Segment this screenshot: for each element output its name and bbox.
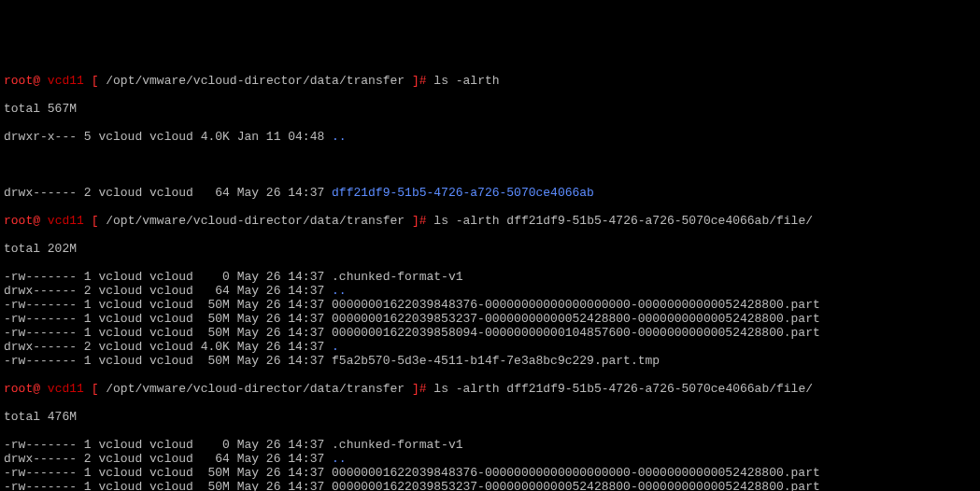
blank-line <box>4 158 976 172</box>
ls-row-text: -rw------- 1 vcloud vcloud 50M May 26 14… <box>4 312 820 326</box>
prompt-line-2: root@ vcd11 [ /opt/vmware/vcloud-directo… <box>4 214 976 228</box>
prompt-line-3: root@ vcd11 [ /opt/vmware/vcloud-directo… <box>4 382 976 396</box>
command: ls -alrth dff21df9-51b5-4726-a726-5070ce… <box>433 214 813 228</box>
current-dir-link: . <box>332 340 339 354</box>
ls-row-text: drwx------ 2 vcloud vcloud 4.0K May 26 1… <box>4 340 332 354</box>
ls-row: -rw------- 1 vcloud vcloud 0 May 26 14:3… <box>4 438 976 452</box>
ls-row: -rw------- 1 vcloud vcloud 0 May 26 14:3… <box>4 270 976 284</box>
ls-row: drwx------ 2 vcloud vcloud 64 May 26 14:… <box>4 186 976 200</box>
ls-row: -rw------- 1 vcloud vcloud 50M May 26 14… <box>4 326 976 340</box>
ls-row: drwx------ 2 vcloud vcloud 64 May 26 14:… <box>4 452 976 466</box>
terminal-output: root@ vcd11 [ /opt/vmware/vcloud-directo… <box>4 60 976 491</box>
dir-link: dff21df9-51b5-4726-a726-5070ce4066ab <box>332 186 594 200</box>
command: ls -alrth dff21df9-51b5-4726-a726-5070ce… <box>433 382 813 396</box>
ls-row-text: -rw------- 1 vcloud vcloud 50M May 26 14… <box>4 298 820 312</box>
ls-row-text: -rw------- 1 vcloud vcloud 0 May 26 14:3… <box>4 270 462 284</box>
ls-row-text: -rw------- 1 vcloud vcloud 50M May 26 14… <box>4 354 660 368</box>
ls-row: -rw------- 1 vcloud vcloud 50M May 26 14… <box>4 298 976 312</box>
ls-row-text: -rw------- 1 vcloud vcloud 50M May 26 14… <box>4 480 820 491</box>
prompt-host: vcd11 <box>48 74 84 88</box>
command: ls -alrth <box>433 74 499 88</box>
ls-row-text: drwx------ 2 vcloud vcloud 64 May 26 14:… <box>4 452 332 466</box>
ls-row: -rw------- 1 vcloud vcloud 50M May 26 14… <box>4 312 976 326</box>
total-line: total 476M <box>4 410 976 424</box>
total-line: total 567M <box>4 102 976 116</box>
ls-row-text: drwx------ 2 vcloud vcloud 64 May 26 14:… <box>4 284 332 298</box>
ls-row: drwxr-x--- 5 vcloud vcloud 4.0K Jan 11 0… <box>4 130 976 144</box>
prompt-user: root@ <box>4 74 40 88</box>
prompt-line-1: root@ vcd11 [ /opt/vmware/vcloud-directo… <box>4 74 976 88</box>
ls-row: -rw------- 1 vcloud vcloud 50M May 26 14… <box>4 466 976 480</box>
parent-dir-link: .. <box>332 130 347 144</box>
ls-row: drwx------ 2 vcloud vcloud 64 May 26 14:… <box>4 284 976 298</box>
total-line: total 202M <box>4 242 976 256</box>
parent-dir-link: .. <box>332 452 347 466</box>
parent-dir-link: .. <box>332 284 347 298</box>
ls-row: -rw------- 1 vcloud vcloud 50M May 26 14… <box>4 480 976 491</box>
ls-row-text: -rw------- 1 vcloud vcloud 50M May 26 14… <box>4 466 820 480</box>
prompt-path: /opt/vmware/vcloud-director/data/transfe… <box>106 74 405 88</box>
ls-row: drwx------ 2 vcloud vcloud 4.0K May 26 1… <box>4 340 976 354</box>
ls-row: -rw------- 1 vcloud vcloud 50M May 26 14… <box>4 354 976 368</box>
ls-row-text: -rw------- 1 vcloud vcloud 0 May 26 14:3… <box>4 438 462 452</box>
ls-row-text: -rw------- 1 vcloud vcloud 50M May 26 14… <box>4 326 820 340</box>
